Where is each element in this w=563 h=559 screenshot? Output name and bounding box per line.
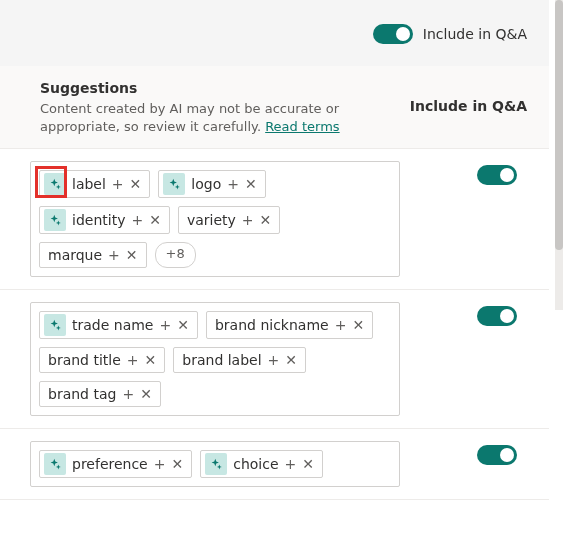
add-icon[interactable]: + — [227, 177, 239, 191]
suggestion-chip[interactable]: brand title+✕ — [39, 347, 165, 373]
add-icon[interactable]: + — [122, 387, 134, 401]
chip-label: brand label — [182, 352, 261, 368]
chip-box: preference+✕choice+✕ — [30, 441, 400, 487]
chip-label: brand tag — [48, 386, 116, 402]
ai-badge — [44, 453, 66, 475]
content-area: Include in Q&A Suggestions Content creat… — [0, 0, 563, 500]
group-toggle-wrap — [477, 161, 527, 185]
toggle-knob — [396, 27, 410, 41]
chip-label: preference — [72, 456, 148, 472]
remove-icon[interactable]: ✕ — [177, 318, 189, 332]
toggle-knob — [500, 448, 514, 462]
suggestions-title: Suggestions — [40, 80, 370, 96]
chip-label: brand nickname — [215, 317, 329, 333]
include-column-header: Include in Q&A — [410, 80, 527, 114]
ai-badge — [44, 173, 66, 195]
chip-label: variety — [187, 212, 236, 228]
group-toggle-wrap — [477, 302, 527, 326]
add-icon[interactable]: + — [131, 213, 143, 227]
group-include-toggle[interactable] — [477, 165, 517, 185]
chip-label: choice — [233, 456, 278, 472]
global-include-toggle[interactable] — [373, 24, 413, 44]
ai-badge — [205, 453, 227, 475]
suggestion-chip[interactable]: label+✕ — [39, 170, 150, 198]
read-terms-link[interactable]: Read terms — [265, 119, 339, 134]
suggestion-chip[interactable]: logo+✕ — [158, 170, 265, 198]
remove-icon[interactable]: ✕ — [171, 457, 183, 471]
add-icon[interactable]: + — [285, 457, 297, 471]
scrollbar-track[interactable] — [555, 0, 563, 310]
remove-icon[interactable]: ✕ — [352, 318, 364, 332]
chip-box: label+✕logo+✕identity+✕variety+✕marque+✕… — [30, 161, 400, 277]
top-bar: Include in Q&A — [0, 0, 549, 66]
chip-label: label — [72, 176, 106, 192]
add-icon[interactable]: + — [242, 213, 254, 227]
remove-icon[interactable]: ✕ — [149, 213, 161, 227]
sparkle-icon — [210, 458, 223, 471]
suggestion-chip[interactable]: marque+✕ — [39, 242, 147, 268]
add-icon[interactable]: + — [335, 318, 347, 332]
suggestion-chip[interactable]: trade name+✕ — [39, 311, 198, 339]
add-icon[interactable]: + — [108, 248, 120, 262]
add-icon[interactable]: + — [112, 177, 124, 191]
scrollbar-thumb[interactable] — [555, 0, 563, 250]
ai-badge — [163, 173, 185, 195]
sparkle-icon — [49, 178, 62, 191]
ai-badge — [44, 314, 66, 336]
toggle-knob — [500, 309, 514, 323]
suggestion-group: trade name+✕brand nickname+✕brand title+… — [0, 290, 549, 429]
chip-label: identity — [72, 212, 125, 228]
chip-label: brand title — [48, 352, 121, 368]
suggestion-chip[interactable]: choice+✕ — [200, 450, 323, 478]
add-icon[interactable]: + — [268, 353, 280, 367]
sparkle-icon — [49, 458, 62, 471]
remove-icon[interactable]: ✕ — [285, 353, 297, 367]
header-left: Suggestions Content created by AI may no… — [40, 80, 370, 136]
remove-icon[interactable]: ✕ — [302, 457, 314, 471]
remove-icon[interactable]: ✕ — [126, 248, 138, 262]
sparkle-icon — [49, 319, 62, 332]
remove-icon[interactable]: ✕ — [130, 177, 142, 191]
overflow-count[interactable]: +8 — [155, 242, 196, 268]
toggle-knob — [500, 168, 514, 182]
suggestion-chip[interactable]: brand tag+✕ — [39, 381, 161, 407]
suggestion-group: label+✕logo+✕identity+✕variety+✕marque+✕… — [0, 149, 549, 290]
suggestion-chip[interactable]: preference+✕ — [39, 450, 192, 478]
suggestion-chip[interactable]: brand label+✕ — [173, 347, 306, 373]
global-include-toggle-row: Include in Q&A — [373, 24, 527, 44]
suggestions-header: Suggestions Content created by AI may no… — [0, 66, 549, 149]
suggestion-chip[interactable]: brand nickname+✕ — [206, 311, 373, 339]
ai-badge — [44, 209, 66, 231]
add-icon[interactable]: + — [127, 353, 139, 367]
remove-icon[interactable]: ✕ — [145, 353, 157, 367]
add-icon[interactable]: + — [159, 318, 171, 332]
suggestion-chip[interactable]: identity+✕ — [39, 206, 170, 234]
suggestion-chip[interactable]: variety+✕ — [178, 206, 280, 234]
chip-label: logo — [191, 176, 221, 192]
suggestions-subtitle: Content created by AI may not be accurat… — [40, 100, 370, 136]
sparkle-icon — [49, 214, 62, 227]
remove-icon[interactable]: ✕ — [140, 387, 152, 401]
suggestion-group: preference+✕choice+✕ — [0, 429, 549, 500]
suggestion-groups: label+✕logo+✕identity+✕variety+✕marque+✕… — [0, 149, 549, 500]
chip-box: trade name+✕brand nickname+✕brand title+… — [30, 302, 400, 416]
group-include-toggle[interactable] — [477, 445, 517, 465]
remove-icon[interactable]: ✕ — [260, 213, 272, 227]
chip-label: trade name — [72, 317, 153, 333]
group-include-toggle[interactable] — [477, 306, 517, 326]
add-icon[interactable]: + — [154, 457, 166, 471]
global-include-label: Include in Q&A — [423, 26, 527, 42]
sparkle-icon — [168, 178, 181, 191]
remove-icon[interactable]: ✕ — [245, 177, 257, 191]
group-toggle-wrap — [477, 441, 527, 465]
chip-label: marque — [48, 247, 102, 263]
